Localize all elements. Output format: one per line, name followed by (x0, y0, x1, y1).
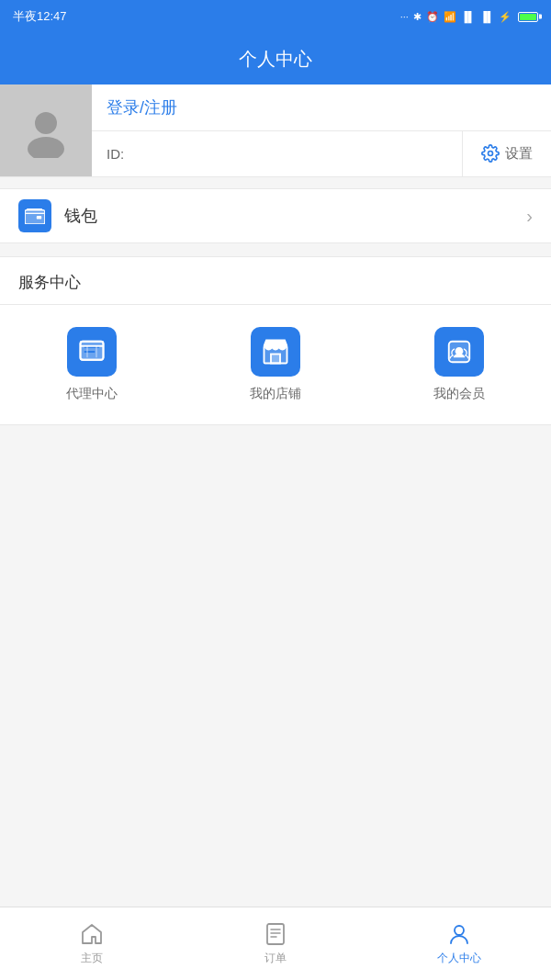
id-row: ID: 设置 (92, 131, 551, 177)
svg-rect-10 (267, 924, 284, 944)
shop-icon-box (251, 327, 300, 377)
bottom-nav: 主页 订单 个人中心 (0, 907, 551, 980)
service-grid: 代理中心 我的店铺 (0, 305, 551, 424)
login-row[interactable]: 登录/注册 (92, 84, 551, 131)
svg-rect-3 (25, 210, 45, 224)
login-register-link[interactable]: 登录/注册 (107, 96, 177, 118)
settings-button[interactable]: 设置 (462, 131, 551, 177)
bluetooth-icon: ✱ (413, 11, 422, 23)
wallet-label: 钱包 (64, 205, 97, 227)
svg-rect-8 (271, 355, 280, 364)
page-header: 个人中心 (0, 33, 551, 84)
svg-point-11 (455, 926, 464, 935)
wallet-icon (25, 208, 45, 224)
status-bar: 半夜12:47 ··· ✱ ⏰ 📶 ▐▌ ▐▌ ⚡ (0, 0, 551, 33)
member-icon-box (434, 327, 484, 377)
member-label: 我的会员 (433, 386, 485, 402)
wallet-icon-box (18, 199, 51, 232)
shop-icon (262, 338, 289, 366)
profile-info: 登录/注册 ID: 设置 (92, 84, 551, 176)
service-item-agent[interactable]: 代理中心 (0, 327, 184, 402)
home-icon (79, 921, 105, 947)
avatar-icon (18, 103, 73, 158)
svg-point-1 (28, 137, 64, 158)
agent-icon-box (67, 327, 117, 377)
agent-label: 代理中心 (66, 386, 118, 402)
status-time: 半夜12:47 (13, 8, 67, 25)
settings-label: 设置 (505, 145, 533, 163)
battery-icon (518, 12, 538, 22)
signal-dots-icon: ··· (400, 11, 409, 22)
profile-section: 登录/注册 ID: 设置 (0, 84, 551, 177)
shop-label: 我的店铺 (250, 386, 301, 402)
signal-bars2-icon: ▐▌ (479, 11, 494, 22)
orders-nav-label: 订单 (264, 951, 287, 966)
profile-nav-label: 个人中心 (437, 951, 481, 966)
svg-rect-5 (81, 342, 104, 360)
wifi-icon: 📶 (444, 11, 456, 23)
home-nav-label: 主页 (81, 951, 103, 966)
nav-item-profile[interactable]: 个人中心 (367, 907, 551, 980)
signal-bars-icon: ▐▌ (461, 11, 476, 22)
nav-item-home[interactable]: 主页 (0, 907, 184, 980)
service-center-title: 服务中心 (0, 257, 551, 305)
profile-nav-icon (446, 921, 472, 947)
page-title: 个人中心 (239, 47, 312, 72)
battery-fill (520, 14, 536, 20)
svg-point-0 (35, 112, 57, 134)
charging-icon: ⚡ (499, 11, 512, 23)
wallet-left: 钱包 (18, 199, 97, 232)
service-item-shop[interactable]: 我的店铺 (184, 327, 367, 402)
member-icon (445, 338, 473, 366)
gear-icon (481, 144, 500, 163)
orders-icon (263, 921, 288, 947)
status-icons: ··· ✱ ⏰ 📶 ▐▌ ▐▌ ⚡ (400, 11, 538, 23)
service-section: 服务中心 代理中心 (0, 256, 551, 425)
agent-icon (78, 338, 106, 366)
svg-rect-4 (37, 216, 41, 220)
alarm-icon: ⏰ (426, 11, 439, 23)
nav-item-orders[interactable]: 订单 (184, 907, 367, 980)
svg-point-2 (489, 152, 493, 156)
chevron-right-icon: › (526, 206, 533, 227)
wallet-row[interactable]: 钱包 › (0, 188, 551, 243)
avatar-container (0, 84, 92, 176)
id-text: ID: (92, 146, 139, 162)
service-item-member[interactable]: 我的会员 (367, 327, 551, 402)
